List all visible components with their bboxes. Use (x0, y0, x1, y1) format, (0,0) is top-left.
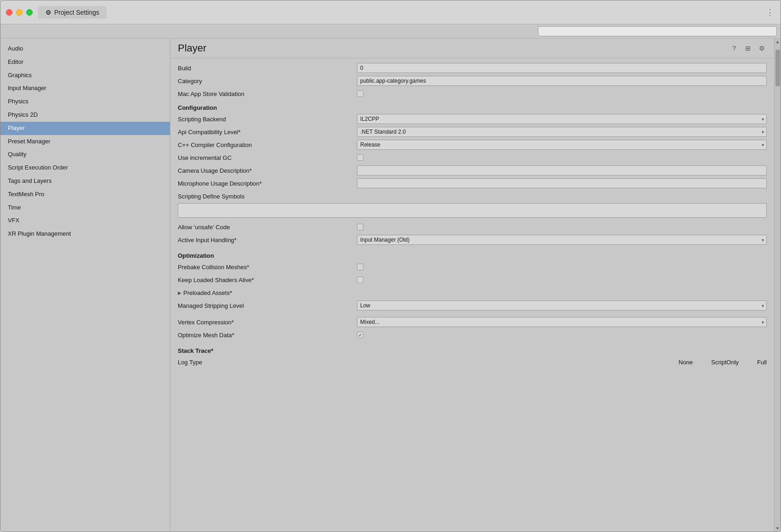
optimization-header: Optimization (178, 252, 767, 259)
mac-app-store-label: Mac App Store Validation (178, 91, 357, 97)
vertex-compression-select[interactable]: Mixed... None Everything (357, 317, 767, 327)
settings-gear-button[interactable]: ⚙ (757, 43, 767, 53)
sidebar: Audio Editor Graphics Input Manager Phys… (0, 39, 170, 532)
sidebar-item-editor[interactable]: Editor (0, 56, 170, 69)
build-row: Build (178, 62, 767, 74)
scrollbar-up-arrow[interactable]: ▲ (775, 39, 781, 45)
cpp-compiler-row: C++ Compiler Configuration Release Debug… (178, 139, 767, 151)
active-input-dropdown-wrapper: Input Manager (Old) Input System Package… (357, 235, 767, 245)
active-input-label: Active Input Handling* (178, 237, 357, 243)
scrollbar: ▲ ▼ (774, 39, 781, 532)
log-type-label: Log Type (178, 359, 357, 366)
close-button[interactable] (6, 9, 12, 16)
active-input-row: Active Input Handling* Input Manager (Ol… (178, 234, 767, 246)
spacer-row (178, 312, 767, 316)
allow-unsafe-checkbox-wrapper (357, 224, 767, 230)
sidebar-item-time[interactable]: Time (0, 201, 170, 215)
scripting-define-input-row (178, 203, 767, 219)
help-button[interactable]: ? (729, 43, 739, 53)
scrollbar-track (775, 45, 781, 525)
build-label: Build (178, 65, 357, 72)
optimize-mesh-checkbox[interactable] (357, 332, 363, 338)
scripting-define-textarea[interactable] (178, 203, 767, 218)
window-menu-dots[interactable]: ⋮ (766, 7, 775, 17)
panel-content: Build Category Mac App Sto (170, 58, 774, 532)
scripting-backend-row: Scripting Backend IL2CPP Mono ▾ (178, 113, 767, 125)
mac-app-store-row: Mac App Store Validation (178, 88, 767, 100)
keep-shaders-row: Keep Loaded Shaders Alive* (178, 274, 767, 286)
cpp-compiler-select[interactable]: Release Debug Master (357, 140, 767, 150)
category-input[interactable] (357, 76, 767, 86)
active-input-select[interactable]: Input Manager (Old) Input System Package… (357, 235, 767, 245)
managed-stripping-row: Managed Stripping Level Low Medium High … (178, 300, 767, 311)
search-input[interactable] (538, 26, 777, 36)
microphone-usage-label: Microphone Usage Description* (178, 180, 357, 187)
category-row: Category (178, 75, 767, 87)
sidebar-item-tags-and-layers[interactable]: Tags and Layers (0, 175, 170, 188)
scrollbar-down-arrow[interactable]: ▼ (775, 525, 781, 532)
managed-stripping-dropdown-wrapper: Low Medium High Disabled ▾ (357, 300, 767, 311)
microphone-usage-input-wrapper (357, 178, 767, 188)
scripting-define-label: Scripting Define Symbols (178, 193, 357, 200)
allow-unsafe-label: Allow 'unsafe' Code (178, 224, 357, 231)
sidebar-item-preset-manager[interactable]: Preset Manager (0, 135, 170, 148)
category-value-wrapper (357, 76, 767, 86)
incremental-gc-row: Use incremental GC (178, 152, 767, 164)
incremental-gc-label: Use incremental GC (178, 154, 357, 161)
preloaded-assets-label: Preloaded Assets* (183, 289, 232, 296)
api-compat-label: Api Compatibility Level* (178, 129, 357, 136)
window-title: Project Settings (54, 9, 99, 16)
log-type-row: Log Type None ScriptOnly Full (178, 356, 767, 368)
sidebar-item-xr-plugin-management[interactable]: XR Plugin Management (0, 227, 170, 241)
keep-shaders-checkbox[interactable] (357, 277, 363, 283)
search-bar-row: 🔍 (0, 24, 781, 39)
incremental-gc-checkbox[interactable] (357, 154, 363, 161)
optimize-mesh-label: Optimize Mesh Data* (178, 332, 357, 339)
full-label: Full (757, 359, 767, 366)
sidebar-item-quality[interactable]: Quality (0, 148, 170, 161)
optimize-mesh-checkbox-wrapper (357, 332, 767, 338)
scripting-backend-dropdown-wrapper: IL2CPP Mono ▾ (357, 114, 767, 124)
project-settings-window: ⚙ Project Settings ⋮ 🔍 Audio Editor Grap… (0, 0, 781, 532)
camera-usage-row: Camera Usage Description* (178, 164, 767, 176)
sidebar-item-audio[interactable]: Audio (0, 42, 170, 56)
prebake-checkbox-wrapper (357, 264, 767, 270)
mac-app-store-checkbox-wrapper (357, 91, 767, 97)
api-compat-select[interactable]: .NET Standard 2.0 .NET 4.x (357, 127, 767, 137)
scripting-backend-label: Scripting Backend (178, 116, 357, 123)
camera-usage-input[interactable] (357, 165, 767, 175)
build-input[interactable] (357, 63, 767, 73)
sidebar-item-physics2d[interactable]: Physics 2D (0, 108, 170, 122)
preloaded-assets-row: ▶ Preloaded Assets* (178, 287, 767, 299)
scrollbar-thumb[interactable] (775, 50, 780, 86)
sidebar-item-script-execution-order[interactable]: Script Execution Order (0, 161, 170, 175)
sidebar-item-textmesh-pro[interactable]: TextMesh Pro (0, 188, 170, 201)
preloaded-assets-triangle[interactable]: ▶ (178, 290, 181, 295)
build-value-wrapper (357, 63, 767, 73)
maximize-button[interactable] (26, 9, 33, 16)
sidebar-item-player[interactable]: Player (0, 122, 170, 135)
prebake-checkbox[interactable] (357, 264, 363, 270)
prebake-row: Prebake Collision Meshes* (178, 261, 767, 273)
settings-icon: ⚙ (45, 9, 51, 16)
category-label: Category (178, 78, 357, 85)
stack-trace-header: Stack Trace* (178, 347, 767, 354)
preloaded-assets-label-area: ▶ Preloaded Assets* (178, 289, 357, 296)
player-panel: Player ? ⊞ ⚙ Build (170, 39, 774, 532)
minimize-button[interactable] (16, 9, 23, 16)
sidebar-item-vfx[interactable]: VFX (0, 214, 170, 227)
none-label: None (679, 359, 693, 366)
microphone-usage-input[interactable] (357, 178, 767, 188)
sidebar-item-input-manager[interactable]: Input Manager (0, 82, 170, 95)
scripting-backend-select[interactable]: IL2CPP Mono (357, 114, 767, 124)
layout-button[interactable]: ⊞ (743, 43, 753, 53)
scripting-define-label-row: Scripting Define Symbols (178, 190, 767, 202)
sidebar-item-graphics[interactable]: Graphics (0, 69, 170, 82)
allow-unsafe-row: Allow 'unsafe' Code (178, 221, 767, 233)
main-content: Audio Editor Graphics Input Manager Phys… (0, 39, 781, 532)
managed-stripping-select[interactable]: Low Medium High Disabled (357, 300, 767, 311)
mac-app-store-checkbox[interactable] (357, 91, 363, 97)
sidebar-item-physics[interactable]: Physics (0, 95, 170, 108)
api-compat-dropdown-wrapper: .NET Standard 2.0 .NET 4.x ▾ (357, 127, 767, 137)
allow-unsafe-checkbox[interactable] (357, 224, 363, 230)
